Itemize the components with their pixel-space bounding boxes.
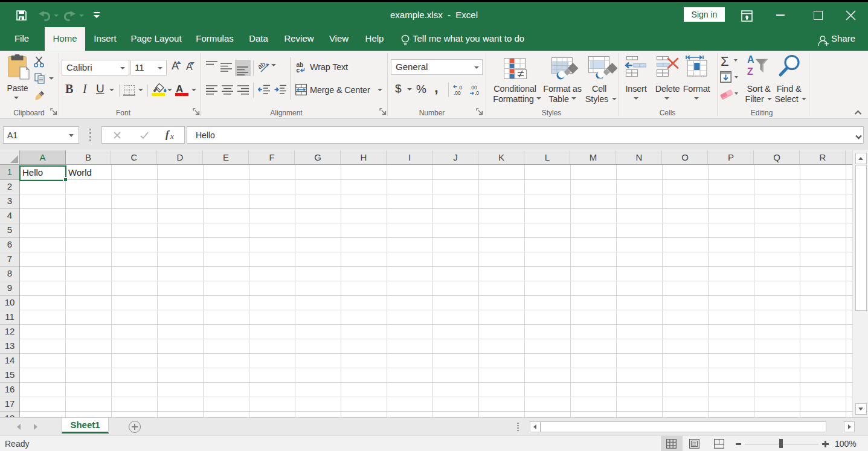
- svg-text:.0: .0: [475, 90, 479, 96]
- svg-text:ab: ab: [258, 62, 266, 71]
- svg-text:c: c: [297, 67, 300, 73]
- svg-text:.00: .00: [454, 90, 461, 96]
